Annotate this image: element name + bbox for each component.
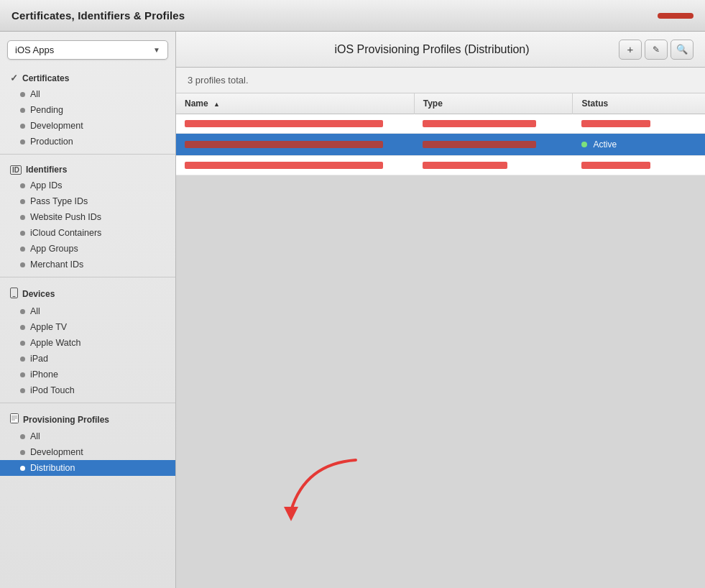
table-body: Active (176, 114, 705, 175)
profiles-table: Name ▲ Type Status (176, 93, 705, 175)
sidebar-item-certs-development[interactable]: Development (0, 118, 175, 134)
ipodtouch-label: iPod Touch (30, 385, 75, 395)
platform-dropdown[interactable]: iOS Apps ▼ (7, 40, 168, 60)
devices-label: Devices (22, 289, 55, 299)
col-name-label: Name (185, 98, 208, 109)
row1-status-cell (573, 114, 705, 134)
sidebar-item-iphone[interactable]: iPhone (0, 367, 175, 382)
profiles-count: 3 profiles total. (176, 68, 705, 93)
iphone-label: iPhone (30, 369, 58, 380)
devices-section: Devices All Apple TV Apple Watch iPad (0, 282, 175, 398)
search-button[interactable]: 🔍 (671, 40, 694, 60)
row2-type-cell (414, 134, 573, 156)
certificates-section: ✓ Certificates All Pending Development (0, 67, 175, 150)
title-bar: Certificates, Identifiers & Profiles (0, 0, 705, 32)
checkmark-icon: ✓ (10, 73, 18, 83)
sidebar-item-prov-distribution[interactable]: Distribution (0, 460, 175, 476)
row2-name-cell (176, 134, 414, 156)
identifiers-label: Identifiers (26, 165, 67, 175)
table-row[interactable]: Active (176, 134, 705, 156)
row3-name-cell (176, 156, 414, 175)
icloudcontainers-label: iCloud Containers (30, 228, 101, 238)
sidebar-item-websitepushids[interactable]: Website Push IDs (0, 209, 175, 225)
row3-status-cell (573, 156, 705, 175)
bullet-icon (20, 183, 25, 188)
sidebar-item-ipad[interactable]: iPad (0, 351, 175, 367)
col-header-name[interactable]: Name ▲ (176, 93, 414, 114)
redacted-type-1 (423, 120, 535, 127)
sidebar-item-devices-all[interactable]: All (0, 303, 175, 319)
redacted-status-3 (581, 162, 650, 169)
platform-dropdown-label: iOS Apps (15, 45, 54, 55)
window-close-decoration (658, 13, 694, 19)
redacted-name-3 (185, 162, 383, 169)
table-row[interactable] (176, 156, 705, 175)
sidebar-item-merchantids[interactable]: Merchant IDs (0, 257, 175, 272)
redacted-name-1 (185, 120, 383, 127)
sidebar-item-certs-pending[interactable]: Pending (0, 102, 175, 118)
appids-label: App IDs (30, 180, 62, 190)
bullet-icon (20, 357, 25, 362)
sidebar-item-appgroups[interactable]: App Groups (0, 241, 175, 257)
applewatch-label: Apple Watch (30, 338, 80, 348)
provisioning-section: Provisioning Profiles All Development Di… (0, 408, 175, 476)
header-buttons: + ✎ 🔍 (619, 40, 694, 60)
edit-profile-button[interactable]: ✎ (645, 40, 668, 60)
col-header-type[interactable]: Type (414, 93, 573, 114)
bullet-icon (20, 372, 25, 377)
table-row[interactable] (176, 114, 705, 134)
sort-arrow-icon: ▲ (213, 101, 220, 108)
app-window: Certificates, Identifiers & Profiles iOS… (0, 0, 705, 588)
bullet-icon (20, 108, 25, 113)
passtypeids-label: Pass Type IDs (30, 196, 88, 206)
bullet-icon (20, 341, 25, 346)
sidebar-item-appletv[interactable]: Apple TV (0, 319, 175, 335)
sidebar-item-certs-all[interactable]: All (0, 86, 175, 102)
merchantids-label: Merchant IDs (30, 259, 83, 270)
redacted-type-3 (423, 162, 507, 169)
provisioning-label: Provisioning Profiles (23, 415, 109, 425)
content-header: iOS Provisioning Profiles (Distribution)… (176, 32, 705, 68)
sidebar-item-prov-all[interactable]: All (0, 428, 175, 444)
certs-prod-label: Production (30, 137, 73, 147)
bullet-icon (20, 231, 25, 236)
app-title: Certificates, Identifiers & Profiles (11, 9, 185, 22)
bullet-icon (20, 215, 25, 220)
row1-name-cell (176, 114, 414, 134)
row1-type-cell (414, 114, 573, 134)
chevron-down-icon: ▼ (153, 46, 160, 54)
sidebar-divider-2 (0, 277, 175, 277)
row3-type-cell (414, 156, 573, 175)
svg-rect-1 (13, 296, 16, 297)
bullet-icon (20, 247, 25, 252)
content-area: iOS Provisioning Profiles (Distribution)… (176, 32, 705, 588)
redacted-name-2 (185, 141, 383, 148)
sidebar-item-passtypeids[interactable]: Pass Type IDs (0, 193, 175, 209)
sidebar-item-icloudcontainers[interactable]: iCloud Containers (0, 225, 175, 241)
sidebar-item-ipodtouch[interactable]: iPod Touch (0, 382, 175, 398)
certificates-header: ✓ Certificates (0, 67, 175, 86)
sidebar-item-prov-development[interactable]: Development (0, 444, 175, 460)
prov-all-label: All (30, 431, 40, 441)
devices-all-label: All (30, 306, 40, 316)
certs-pending-label: Pending (30, 105, 63, 115)
col-type-label: Type (423, 98, 443, 109)
sidebar-item-appids[interactable]: App IDs (0, 178, 175, 193)
bullet-icon (20, 139, 25, 144)
add-profile-button[interactable]: + (619, 40, 642, 60)
col-header-status[interactable]: Status (573, 93, 705, 114)
bullet-icon (20, 124, 25, 129)
bullet-icon (20, 466, 25, 471)
content-title: iOS Provisioning Profiles (Distribution) (245, 43, 619, 56)
identifiers-header: ID Identifiers (0, 159, 175, 178)
sidebar-item-applewatch[interactable]: Apple Watch (0, 335, 175, 351)
sidebar: iOS Apps ▼ ✓ Certificates All Pending (0, 32, 176, 588)
sidebar-item-certs-production[interactable]: Production (0, 134, 175, 150)
certs-dev-label: Development (30, 121, 83, 131)
redacted-type-2 (423, 141, 535, 148)
prov-dist-label: Distribution (30, 463, 75, 473)
status-active-dot (581, 142, 587, 147)
col-status-label: Status (581, 98, 608, 109)
redacted-status-1 (581, 120, 650, 127)
appgroups-label: App Groups (30, 244, 78, 254)
